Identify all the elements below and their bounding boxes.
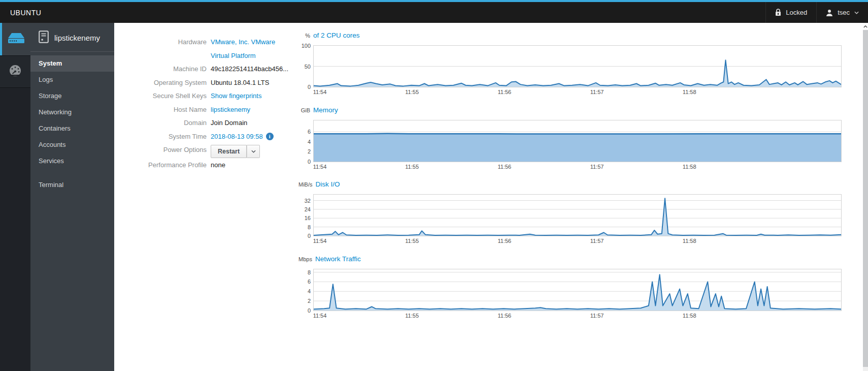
x-tick-label: 11:55 (405, 89, 419, 95)
locked-indicator[interactable]: Locked (765, 2, 816, 23)
performance-profile-label: Performance Profile (114, 159, 207, 172)
disk-unit-label: MiB/s (298, 181, 313, 188)
memory-unit-label: GiB (298, 107, 310, 113)
server-icon (7, 32, 25, 46)
y-tick-label: 6 (308, 129, 311, 135)
sidebar-item-terminal[interactable]: Terminal (30, 177, 114, 193)
x-tick-label: 11:56 (497, 89, 511, 95)
info-row-hardware: Hardware VMware, Inc. VMware Virtual Pla… (114, 36, 303, 63)
top-bar: UBUNTU Locked tsec (0, 0, 868, 23)
performance-profile-value: none (211, 159, 303, 172)
x-tick-label: 11:56 (497, 313, 511, 319)
cpu-chart-plot: 100500 (313, 45, 842, 87)
x-tick-label: 11:54 (313, 89, 327, 95)
gauge-icon (9, 64, 22, 79)
hardware-label: Hardware (114, 36, 207, 49)
memory-y-axis: 6420 (299, 120, 311, 162)
os-value: Ubuntu 18.04.1 LTS (211, 76, 303, 90)
strip-item-dashboard[interactable] (0, 55, 30, 88)
disk-y-axis: 32241680 (299, 195, 311, 236)
x-tick-label: 11:57 (590, 238, 604, 244)
info-icon[interactable]: i (266, 133, 274, 140)
info-row-ssh-keys: Secure Shell Keys Show fingerprints (114, 89, 303, 103)
memory-chart-title-link[interactable]: Memory (313, 106, 338, 114)
info-row-power-options: Power Options Restart (114, 143, 303, 159)
sidebar-item-accounts[interactable]: Accounts (30, 137, 114, 153)
y-tick-label: 0 (308, 84, 311, 90)
disk-x-axis: 11:5411:5511:5611:5711:58 (313, 238, 842, 245)
x-tick-label: 11:54 (313, 238, 327, 244)
sidebar-item-logs[interactable]: Logs (30, 72, 114, 88)
y-tick-label: 4 (308, 139, 311, 145)
system-time-label: System Time (114, 130, 207, 144)
app-switcher-strip (0, 23, 30, 371)
cpu-unit-label: % (298, 33, 310, 39)
network-chart-block: Mbps Network Traffic 86420 11:5411:5511:… (298, 255, 842, 320)
disk-chart-block: MiB/s Disk I/O 32241680 11:5411:5511:561… (298, 180, 842, 245)
network-y-axis: 86420 (299, 269, 311, 311)
machine-id-value: 49c1822514114bacb456... (211, 63, 303, 76)
x-tick-label: 11:58 (683, 89, 696, 95)
info-row-performance-profile: Performance Profile none (114, 159, 303, 172)
host-name-link[interactable]: lipstickenemy (211, 106, 250, 113)
sidebar-item-services[interactable]: Services (30, 153, 114, 169)
user-icon (826, 9, 833, 16)
disk-chart-plot: 32241680 (313, 194, 842, 236)
x-tick-label: 11:58 (683, 313, 696, 319)
power-caret-button[interactable] (247, 145, 260, 158)
hardware-link[interactable]: VMware, Inc. VMware Virtual Platform (211, 36, 292, 63)
scroll-up-icon[interactable] (863, 23, 868, 30)
network-chart-title-link[interactable]: Network Traffic (315, 255, 361, 263)
x-tick-label: 11:54 (313, 313, 327, 319)
y-tick-label: 50 (305, 64, 311, 70)
sidebar-item-containers[interactable]: Containers (30, 120, 114, 137)
scrollbar-thumb[interactable] (863, 30, 868, 367)
disk-chart-title-link[interactable]: Disk I/O (316, 180, 340, 188)
sidebar-item-networking[interactable]: Networking (30, 104, 114, 120)
domain-value[interactable]: Join Domain (211, 116, 303, 130)
power-options-label: Power Options (114, 143, 207, 157)
strip-item-host[interactable] (0, 23, 30, 55)
sidebar-item-storage[interactable]: Storage (30, 88, 114, 104)
x-tick-label: 11:58 (683, 238, 696, 244)
x-tick-label: 11:55 (405, 164, 419, 170)
info-row-host-name: Host Name lipstickenemy (114, 103, 303, 117)
sidebar-divider (30, 51, 114, 52)
cpu-chart-block: % of 2 CPU cores 100500 11:5411:5511:561… (298, 32, 842, 97)
scrollbar (863, 23, 868, 371)
cpu-chart-title-link[interactable]: of 2 CPU cores (313, 32, 360, 39)
power-split-button: Restart (211, 145, 260, 158)
y-tick-label: 16 (305, 215, 311, 221)
x-tick-label: 11:55 (405, 238, 419, 244)
y-tick-label: 0 (308, 307, 311, 314)
host-icon (39, 30, 49, 45)
memory-chart-plot: 6420 (313, 120, 842, 162)
y-tick-label: 8 (308, 224, 311, 230)
y-tick-label: 0 (308, 159, 311, 165)
show-fingerprints-link[interactable]: Show fingerprints (211, 92, 261, 100)
x-tick-label: 11:56 (497, 164, 511, 170)
y-tick-label: 2 (308, 298, 311, 304)
x-tick-label: 11:57 (590, 89, 604, 95)
system-time-link[interactable]: 2018-08-13 09:58 (211, 130, 263, 144)
network-unit-label: Mbps (298, 256, 312, 262)
main-content: Hardware VMware, Inc. VMware Virtual Pla… (114, 23, 863, 371)
sidebar-item-system[interactable]: System (30, 55, 114, 72)
restart-button[interactable]: Restart (211, 145, 247, 158)
memory-chart-block: GiB Memory 6420 11:5411:5511:5611:5711:5… (298, 106, 842, 171)
lock-icon (775, 9, 781, 16)
info-row-domain: Domain Join Domain (114, 116, 303, 130)
system-info-panel: Hardware VMware, Inc. VMware Virtual Pla… (114, 36, 303, 172)
user-name: tsec (838, 9, 850, 16)
host-name-label: Host Name (114, 103, 207, 117)
info-row-os: Operating System Ubuntu 18.04.1 LTS (114, 76, 303, 90)
topbar-right: Locked tsec (765, 2, 868, 23)
y-tick-label: 100 (302, 43, 311, 49)
y-tick-label: 2 (308, 148, 311, 154)
sidebar-hostname: lipstickenemy (54, 34, 100, 42)
user-menu[interactable]: tsec (816, 2, 868, 23)
domain-label: Domain (114, 116, 207, 130)
machine-id-label: Machine ID (114, 63, 207, 76)
sidebar-host[interactable]: lipstickenemy (30, 23, 114, 51)
y-tick-label: 6 (308, 279, 311, 285)
